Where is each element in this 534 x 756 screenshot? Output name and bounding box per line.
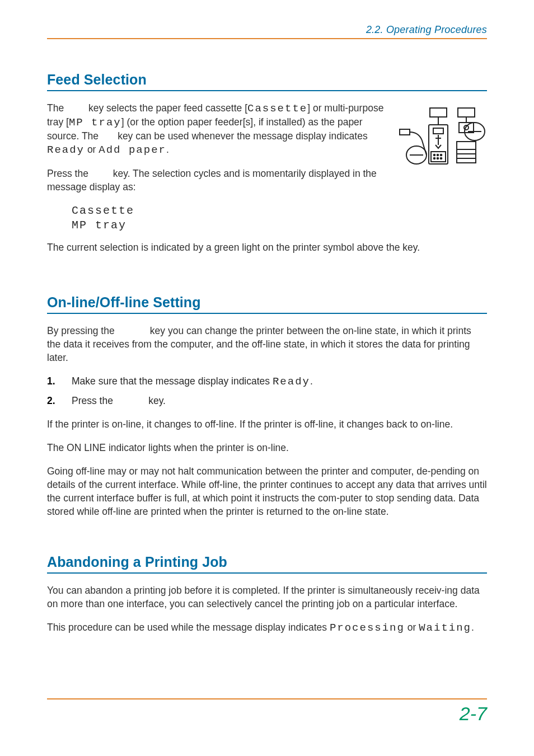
lcd-text: Ready	[47, 144, 85, 156]
svg-rect-5	[431, 152, 446, 162]
page: 2.2. Operating Procedures Feed Selection…	[0, 0, 534, 756]
body-text: By pressing the key you can change the p…	[47, 324, 487, 364]
body-text: If the printer is on-line, it changes to…	[47, 417, 487, 431]
svg-rect-12	[458, 108, 475, 117]
top-rule	[47, 38, 487, 39]
numbered-steps: Make sure that the message display indic…	[47, 374, 487, 407]
key-placeholder	[101, 130, 115, 142]
key-placeholder	[116, 395, 146, 406]
text: By pressing the	[47, 325, 117, 336]
text: Press the	[72, 395, 116, 406]
printer-panel-svg	[396, 101, 487, 173]
text: Make sure that the message display indic…	[72, 375, 273, 387]
page-number: 2-7	[47, 703, 487, 725]
running-head: 2.2. Operating Procedures	[47, 24, 487, 36]
lcd-text: MP tray	[69, 116, 121, 129]
body-text: Press the key. The selection cycles and …	[47, 167, 385, 194]
text: key.	[146, 395, 166, 406]
svg-point-11	[441, 158, 442, 159]
svg-point-8	[441, 154, 442, 156]
key-placeholder	[91, 168, 110, 179]
text: .	[166, 144, 169, 155]
bottom-rule	[47, 698, 487, 699]
svg-point-10	[437, 158, 439, 159]
key-placeholder	[67, 102, 86, 114]
heading-online-offline: On-line/Off-line Setting	[47, 294, 487, 311]
text: .	[310, 375, 313, 387]
svg-rect-23	[457, 158, 476, 163]
svg-rect-20	[457, 142, 476, 149]
svg-rect-4	[433, 128, 443, 134]
svg-rect-1	[430, 108, 447, 117]
lcd-line: MP tray	[72, 218, 487, 233]
text: The	[47, 102, 67, 114]
text: Press the	[47, 168, 91, 179]
svg-rect-21	[457, 149, 476, 154]
printer-panel-icon	[396, 101, 487, 173]
footer: 2-7	[47, 698, 487, 725]
lcd-text: Add paper	[99, 144, 166, 156]
text: or	[405, 622, 419, 633]
key-placeholder	[117, 325, 147, 336]
text: key selects the paper feed cassette [	[86, 102, 247, 114]
lcd-text: Processing	[330, 622, 405, 634]
heading-abandoning: Abandoning a Printing Job	[47, 554, 487, 570]
heading-feed-selection: Feed Selection	[47, 72, 487, 88]
heading-rule	[47, 572, 487, 574]
body-text: This procedure can be used while the mes…	[47, 621, 487, 635]
step-item: Make sure that the message display indic…	[47, 374, 487, 388]
lcd-text: Waiting	[419, 622, 471, 634]
svg-point-9	[434, 158, 435, 159]
heading-rule	[47, 313, 487, 314]
lcd-text: Ready	[273, 375, 310, 388]
body-text: You can abandon a printing job before it…	[47, 584, 487, 611]
svg-rect-22	[457, 154, 476, 158]
lcd-line: Cassette	[72, 204, 487, 218]
feed-selection-text: The key selects the paper feed cassette …	[47, 101, 385, 204]
svg-point-6	[434, 154, 435, 156]
body-text: The ON LINE indicator lights when the pr…	[47, 441, 487, 454]
body-text: Going off-line may or may not halt commu…	[47, 464, 487, 518]
svg-point-7	[437, 154, 439, 156]
text: or	[85, 144, 99, 155]
body-text: The key selects the paper feed cassette …	[47, 101, 385, 157]
heading-rule	[47, 90, 487, 91]
svg-rect-0	[400, 129, 410, 135]
lcd-block: Cassette MP tray	[72, 204, 487, 233]
lcd-text: Cassette	[247, 102, 307, 115]
step-item: Press the key.	[47, 394, 487, 407]
body-text: The current selection is indicated by a …	[47, 241, 487, 254]
text: .	[471, 622, 474, 633]
text: This procedure can be used while the mes…	[47, 622, 330, 633]
feed-selection-block: The key selects the paper feed cassette …	[47, 101, 487, 204]
text: key can be used whenever the message dis…	[115, 130, 367, 142]
